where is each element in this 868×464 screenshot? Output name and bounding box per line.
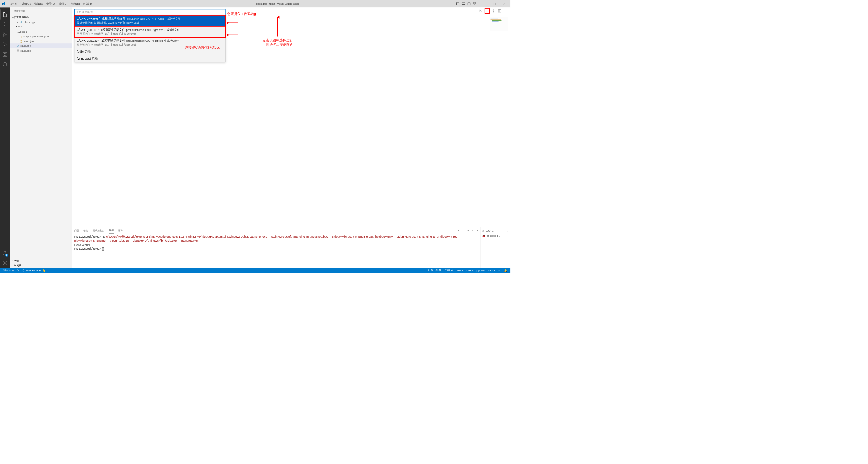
svg-point-15 xyxy=(3,43,4,43)
activity-account[interactable]: 2 xyxy=(0,248,10,258)
status-feedback-icon[interactable]: ☺ xyxy=(497,269,502,273)
file-tasks-json[interactable]: { }tasks.json xyxy=(10,39,72,43)
activity-hexagon[interactable] xyxy=(0,59,10,69)
activity-settings[interactable] xyxy=(0,258,10,268)
activity-debug[interactable] xyxy=(0,39,10,49)
svg-rect-4 xyxy=(468,3,470,5)
menu-run[interactable]: 运行(R) xyxy=(69,2,81,6)
activity-explorer[interactable] xyxy=(0,9,10,19)
terminal-name: C/C+... xyxy=(486,229,494,232)
terminal-list: ▷ C/C+... ✓ 🐞 cppdbg: c... xyxy=(480,227,510,268)
close-panel-icon[interactable]: × xyxy=(477,229,478,232)
terminal-dropdown-icon[interactable]: ⌄ xyxy=(462,229,465,232)
open-editor-item[interactable]: × ⊕ class.cpp xyxy=(10,20,72,24)
chevron-right-icon: › xyxy=(11,264,14,267)
menu-terminal[interactable]: 终端(T) xyxy=(82,2,94,6)
debug-config-gcc[interactable]: C/C++: gcc.exe 生成和调试活动文件preLaunchTask: C… xyxy=(74,26,225,37)
titlebar: 文件(F) 编辑(E) 选择(S) 查看(V) 转到(G) 运行(R) 终端(T… xyxy=(0,0,510,7)
status-encoding[interactable]: UTF-8 xyxy=(454,269,465,273)
panel-tabs: 问题 输出 调试控制台 终端 注释 ＋ ⌄ ··· ∧ × xyxy=(72,227,480,234)
maximize-button[interactable] xyxy=(490,1,499,7)
status-bell-icon[interactable]: 🔔 xyxy=(502,269,509,273)
config-title: C/C++: g++.exe 生成和调试活动文件 xyxy=(77,17,125,20)
status-live[interactable]: ⟳ xyxy=(15,269,20,272)
menu-edit[interactable]: 编辑(E) xyxy=(20,2,32,6)
file-class-exe[interactable]: ▤class.exe xyxy=(10,48,72,53)
open-editors-label: 打开的编辑器 xyxy=(14,16,28,19)
settings-gear-icon[interactable] xyxy=(491,9,496,13)
split-editor-icon[interactable] xyxy=(498,9,502,13)
workspace-label: TEXT2 xyxy=(14,25,22,28)
minimap[interactable] xyxy=(490,17,508,31)
folder-vscode[interactable]: ⌄.vscode xyxy=(10,29,72,34)
menu-view[interactable]: 查看(V) xyxy=(44,2,57,6)
status-eol[interactable]: CRLF xyxy=(465,269,475,273)
layout-sidebar-left-icon[interactable] xyxy=(456,2,460,6)
debug-config-input[interactable]: 选择调试配置 xyxy=(74,9,226,15)
activity-scm[interactable] xyxy=(0,29,10,39)
sidebar-more-icon[interactable]: ··· xyxy=(66,10,68,13)
layout-customize-icon[interactable] xyxy=(473,2,477,6)
menu-overflow[interactable]: ··· xyxy=(94,2,99,5)
terminal-output: Hello World! xyxy=(74,243,91,246)
status-position[interactable]: 行 5，列 32 xyxy=(426,269,443,273)
panel-tab-output[interactable]: 输出 xyxy=(83,228,88,234)
run-dropdown-icon[interactable] xyxy=(485,9,489,13)
activity-search[interactable] xyxy=(0,20,10,29)
run-icon[interactable] xyxy=(478,9,483,13)
minimize-button[interactable] xyxy=(480,1,490,7)
file-class-cpp[interactable]: ⊕class.cpp xyxy=(10,43,72,48)
more-icon[interactable]: ··· xyxy=(504,9,508,13)
svg-point-22 xyxy=(493,11,494,11)
svg-rect-19 xyxy=(5,53,7,54)
status-spaces[interactable]: 空格: 4 xyxy=(443,269,454,273)
debug-config-gpp[interactable]: C/C++: g++.exe 生成和调试活动文件preLaunchTask: C… xyxy=(74,15,225,26)
terminal-item-cpp[interactable]: ▷ C/C+... ✓ xyxy=(482,228,509,233)
more-icon[interactable]: ··· xyxy=(467,229,469,232)
folder-name: .vscode xyxy=(18,30,27,33)
menu-selection[interactable]: 选择(S) xyxy=(32,2,44,6)
config-prelaunch: preLaunchTask: C/C++: cpp.exe 生成活动文件 xyxy=(126,39,180,42)
window-title: class.cpp - text2 - Visual Studio Code xyxy=(99,2,456,5)
status-errors[interactable]: ⓧ0⚠0 xyxy=(2,269,15,273)
layout-sidebar-right-icon[interactable] xyxy=(467,2,471,6)
maximize-panel-icon[interactable]: ∧ xyxy=(472,229,474,232)
section-open-editors[interactable]: ⌄打开的编辑器 xyxy=(10,15,72,20)
file-c-cpp-properties[interactable]: { }c_cpp_properties.json xyxy=(10,34,72,39)
section-outline[interactable]: ›大纲 xyxy=(10,259,72,263)
section-timeline[interactable]: ›时间线 xyxy=(10,263,72,268)
panel: 问题 输出 调试控制台 终端 注释 ＋ ⌄ ··· ∧ × PS D:\vsco… xyxy=(72,227,511,268)
svg-rect-7 xyxy=(473,4,474,5)
menu-go[interactable]: 转到(G) xyxy=(57,2,69,6)
panel-tab-problems[interactable]: 问题 xyxy=(74,228,79,234)
debug-config-windows[interactable]: (Windows) 启动 xyxy=(74,55,225,62)
terminal-body[interactable]: PS D:\vscode\text2> & 'c:\Users\朱杨\.vsco… xyxy=(72,234,480,268)
sidebar: 资源管理器 ··· ⌄打开的编辑器 × ⊕ class.cpp ⌄TEXT2 ⌄… xyxy=(10,7,72,268)
menu-file[interactable]: 文件(F) xyxy=(8,2,20,6)
new-terminal-icon[interactable]: ＋ xyxy=(457,229,460,232)
svg-rect-8 xyxy=(475,4,476,5)
check-icon: ✓ xyxy=(507,229,509,232)
layout-panel-icon[interactable] xyxy=(461,2,466,6)
config-sub: 最近使用的任务 (编译器: D:\mingw64\bin\g++.exe) xyxy=(77,21,223,25)
statusbar: ⓧ0⚠0 ⟳ ⬡tabnine starter 👆 行 5，列 32 空格: 4… xyxy=(0,268,510,273)
panel-tab-terminal[interactable]: 终端 xyxy=(109,227,114,234)
activity-extensions[interactable] xyxy=(0,49,10,59)
section-workspace[interactable]: ⌄TEXT2 xyxy=(10,24,72,29)
panel-tab-debug-console[interactable]: 调试控制台 xyxy=(93,228,104,234)
svg-point-11 xyxy=(3,23,6,26)
svg-rect-3 xyxy=(462,4,465,5)
config-sub: 已配置的任务 (编译器: D:/mingw64/bin/gcc.exe) xyxy=(77,32,223,36)
status-lang[interactable]: { } C++ xyxy=(475,269,486,273)
svg-point-20 xyxy=(4,251,6,253)
cpp-file-icon: ⊕ xyxy=(16,44,20,47)
close-icon[interactable]: × xyxy=(16,20,20,23)
status-platform[interactable]: Win32 xyxy=(486,269,496,273)
svg-point-12 xyxy=(3,33,4,34)
panel-tab-comments[interactable]: 注释 xyxy=(118,228,123,234)
terminal-item-cppdbg[interactable]: 🐞 cppdbg: c... xyxy=(482,233,509,238)
play-icon: ▷ xyxy=(482,229,484,232)
close-button[interactable] xyxy=(500,1,509,7)
status-tabnine[interactable]: ⬡tabnine starter 👆 xyxy=(20,269,47,272)
config-title: (Windows) 启动 xyxy=(77,57,98,60)
